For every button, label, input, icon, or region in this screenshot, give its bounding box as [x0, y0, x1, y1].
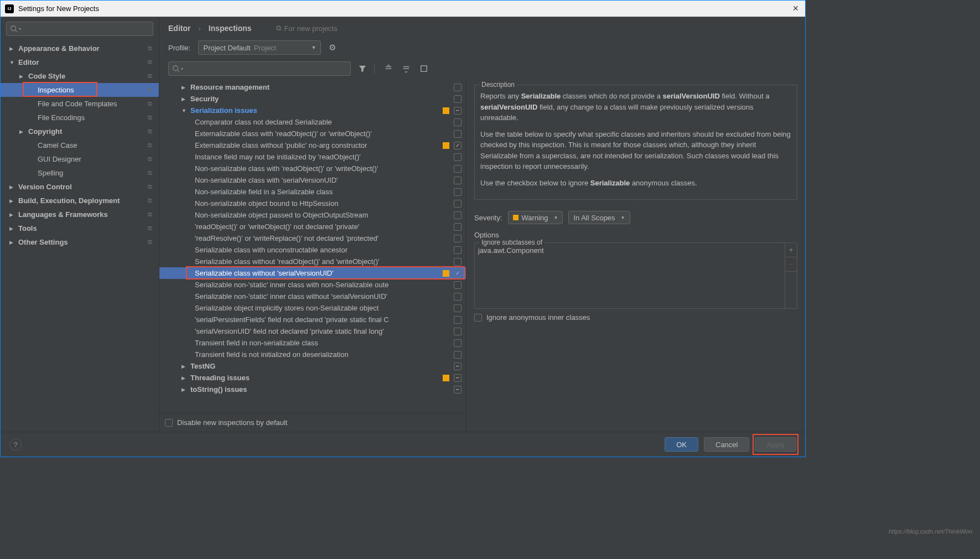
sidebar-item-appearance-behavior[interactable]: ▶Appearance & Behavior⧉	[1, 42, 159, 55]
inspection-item[interactable]: Comparator class not declared Serializab…	[159, 116, 466, 128]
subclass-entry[interactable]: java.awt.Component	[478, 246, 794, 255]
sidebar-item-languages-frameworks[interactable]: ▶Languages & Frameworks⧉	[1, 208, 159, 221]
inspection-item[interactable]: 'serialVersionUID' field not declared 'p…	[159, 325, 466, 337]
sidebar-item-version-control[interactable]: ▶Version Control⧉	[1, 180, 159, 194]
inspection-item[interactable]: Serializable object implicitly stores no…	[159, 302, 466, 314]
inspection-group[interactable]: ▶Resource management	[159, 81, 466, 93]
inspection-checkbox[interactable]	[454, 386, 462, 394]
sidebar-search[interactable]: ▾	[6, 22, 153, 36]
inspection-checkbox[interactable]	[454, 258, 462, 266]
inspection-checkbox[interactable]	[454, 200, 462, 208]
disable-new-checkbox[interactable]	[165, 419, 173, 427]
inspection-item[interactable]: 'readResolve()' or 'writeReplace()' not …	[159, 232, 466, 244]
remove-icon[interactable]: −	[785, 257, 797, 272]
inspection-item[interactable]: Externalizable class without 'public' no…	[159, 139, 466, 151]
copy-icon: ⧉	[148, 225, 152, 232]
inspection-item[interactable]: 'readObject()' or 'writeObject()' not de…	[159, 221, 466, 232]
inspection-checkbox[interactable]	[454, 107, 462, 115]
arrow-icon: ▶	[9, 46, 15, 51]
inspection-checkbox[interactable]	[454, 351, 462, 359]
sidebar-item-build-execution-deployment[interactable]: ▶Build, Execution, Deployment⧉	[1, 194, 159, 208]
inspection-checkbox[interactable]	[454, 142, 462, 149]
inspection-item[interactable]: Non-serializable class with 'serialVersi…	[159, 174, 466, 186]
inspection-item[interactable]: Serializable class without 'readObject()…	[159, 256, 466, 267]
inspection-checkbox[interactable]	[454, 118, 462, 126]
inspection-checkbox[interactable]	[454, 281, 462, 289]
inspection-checkbox[interactable]	[454, 339, 462, 347]
cancel-button[interactable]: Cancel	[704, 437, 749, 452]
inspection-item[interactable]: Serializable class without 'serialVersio…	[159, 267, 466, 279]
inspection-group[interactable]: ▶TestNG	[159, 360, 466, 372]
sidebar-item-tools[interactable]: ▶Tools⧉	[1, 221, 159, 235]
filter-icon[interactable]	[356, 63, 369, 75]
inspection-search[interactable]: ▾	[168, 61, 351, 76]
inspection-checkbox[interactable]	[454, 363, 462, 370]
collapse-all-icon[interactable]	[400, 63, 412, 75]
sidebar-item-code-style[interactable]: ▶Code Style⧉	[1, 69, 159, 83]
severity-label: Severity:	[474, 214, 502, 222]
inspection-checkbox[interactable]	[454, 246, 462, 254]
ignore-anon-checkbox[interactable]	[474, 314, 482, 322]
apply-button[interactable]: Apply	[755, 437, 796, 452]
sidebar-item-gui-designer[interactable]: GUI Designer⧉	[1, 152, 159, 166]
inspection-checkbox[interactable]	[454, 95, 462, 103]
profile-label: Profile:	[168, 44, 190, 52]
close-icon[interactable]: ×	[792, 3, 798, 14]
ok-button[interactable]: OK	[665, 437, 698, 452]
inspection-checkbox[interactable]	[454, 165, 462, 173]
inspection-item[interactable]: Serializable non-'static' inner class wi…	[159, 279, 466, 291]
inspection-item[interactable]: Serializable class with unconstructable …	[159, 244, 466, 256]
inspection-item[interactable]: Serializable non-'static' inner class wi…	[159, 291, 466, 302]
inspection-checkbox[interactable]	[454, 304, 462, 312]
inspection-group[interactable]: ▶Security	[159, 93, 466, 105]
inspection-checkbox[interactable]	[454, 84, 462, 91]
inspection-item[interactable]: Transient field is not initialized on de…	[159, 349, 466, 360]
inspection-checkbox[interactable]	[454, 153, 462, 161]
sidebar-item-inspections[interactable]: Inspections⧉	[1, 83, 159, 97]
inspection-checkbox[interactable]	[454, 130, 462, 138]
sidebar-item-editor[interactable]: ▼Editor⧉	[1, 55, 159, 69]
reset-icon[interactable]	[418, 63, 430, 75]
sidebar-item-spelling[interactable]: Spelling⧉	[1, 166, 159, 180]
inspection-checkbox[interactable]	[454, 188, 462, 196]
inspection-group[interactable]: ▼Serialization issues	[159, 105, 466, 116]
inspection-item[interactable]: Transient field in non-serializable clas…	[159, 337, 466, 349]
sidebar-item-file-encodings[interactable]: File Encodings⧉	[1, 111, 159, 125]
inspection-checkbox[interactable]	[454, 235, 462, 242]
inspection-checkbox[interactable]	[454, 316, 462, 324]
inspection-item[interactable]: Non-serializable object passed to Object…	[159, 209, 466, 221]
expand-all-icon[interactable]	[382, 63, 395, 75]
inspection-checkbox[interactable]	[454, 374, 462, 382]
inspection-group[interactable]: ▶Threading issues	[159, 372, 466, 384]
inspection-item[interactable]: Non-serializable class with 'readObject(…	[159, 163, 466, 174]
severity-select[interactable]: Warning▼	[508, 211, 563, 224]
inspection-checkbox[interactable]	[454, 328, 462, 335]
inspection-item[interactable]: 'serialPersistentFields' field not decla…	[159, 314, 466, 325]
inspection-item[interactable]: Externalizable class with 'readObject()'…	[159, 128, 466, 139]
help-icon[interactable]: ?	[9, 438, 22, 451]
inspection-item[interactable]: Non-serializable object bound to HttpSes…	[159, 198, 466, 209]
add-icon[interactable]: +	[785, 243, 797, 257]
search-icon	[172, 65, 180, 73]
inspection-checkbox[interactable]	[454, 177, 462, 184]
sidebar-item-copyright[interactable]: ▶Copyright⧉	[1, 125, 159, 138]
copy-icon: ⧉	[148, 169, 152, 177]
gear-icon[interactable]: ⚙	[329, 43, 336, 53]
profile-select[interactable]: Project Default Project ▼	[198, 40, 321, 55]
sidebar-item-other-settings[interactable]: ▶Other Settings⧉	[1, 235, 159, 249]
sidebar-item-camel-case[interactable]: Camel Case⧉	[1, 138, 159, 152]
scope-select[interactable]: In All Scopes▼	[568, 211, 630, 224]
svg-rect-8	[421, 66, 427, 72]
copy-icon: ⧉	[148, 45, 152, 52]
inspection-checkbox[interactable]	[454, 293, 462, 301]
inspection-checkbox[interactable]	[454, 223, 462, 231]
resize-handle-icon[interactable]: ::::::	[474, 202, 797, 208]
inspection-item[interactable]: Non-serializable field in a Serializable…	[159, 186, 466, 198]
inspection-group[interactable]: ▶toString() issues	[159, 384, 466, 395]
sidebar-item-file-and-code-templates[interactable]: File and Code Templates⧉	[1, 97, 159, 111]
inspection-item[interactable]: Instance field may not be initialized by…	[159, 151, 466, 163]
arrow-icon: ▶	[182, 387, 188, 392]
warning-indicator-icon	[443, 270, 449, 277]
inspection-checkbox[interactable]	[454, 211, 462, 219]
inspection-checkbox[interactable]	[454, 270, 462, 277]
